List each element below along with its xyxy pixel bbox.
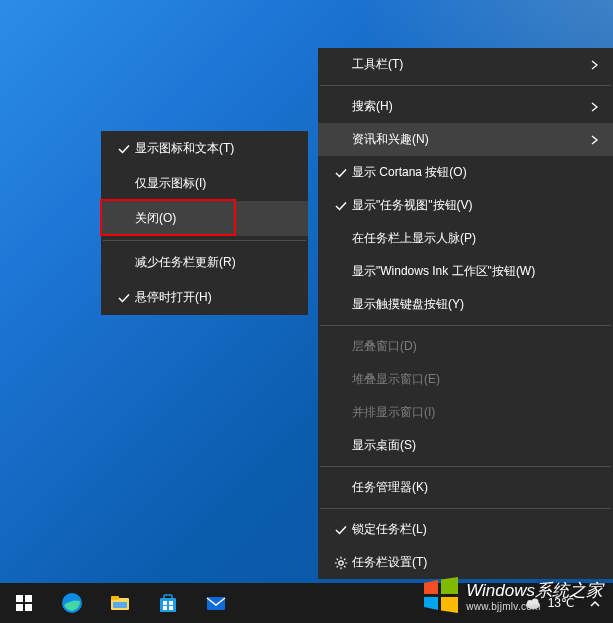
svg-rect-8 [113,602,127,608]
tray-overflow-button[interactable] [582,594,608,612]
taskbar-right-section: 13℃ [516,583,613,623]
svg-point-18 [531,599,538,606]
taskbar-context-menu: 工具栏(T) 搜索(H) 资讯和兴趣(N) 显示 Cortana 按钮(O) 显… [318,48,613,579]
menu-item-side-by-side: 并排显示窗口(I) [318,396,613,429]
menu-label: 堆叠显示窗口(E) [352,371,603,388]
menu-label: 搜索(H) [352,98,587,115]
edge-browser-button[interactable] [48,583,96,623]
menu-label: 显示桌面(S) [352,437,603,454]
menu-label: 工具栏(T) [352,56,587,73]
menu-label: 任务管理器(K) [352,479,603,496]
submenu-item-show-icon-text[interactable]: 显示图标和文本(T) [101,131,308,166]
start-button[interactable] [0,583,48,623]
chevron-up-icon [590,600,600,608]
svg-rect-13 [163,606,167,610]
svg-point-0 [339,560,343,564]
check-icon [113,292,135,304]
menu-item-cortana[interactable]: 显示 Cortana 按钮(O) [318,156,613,189]
check-icon [113,143,135,155]
submenu-label: 关闭(O) [135,210,298,227]
svg-rect-14 [169,606,173,610]
menu-item-news-interests[interactable]: 资讯和兴趣(N) [318,123,613,156]
menu-item-windows-ink[interactable]: 显示"Windows Ink 工作区"按钮(W) [318,255,613,288]
submenu-label: 仅显示图标(I) [135,175,298,192]
menu-label: 显示"任务视图"按钮(V) [352,197,603,214]
menu-separator [320,466,611,467]
menu-item-search[interactable]: 搜索(H) [318,90,613,123]
menu-label: 显示 Cortana 按钮(O) [352,164,603,181]
folder-icon [109,592,131,614]
file-explorer-button[interactable] [96,583,144,623]
taskbar-left-section [0,583,240,623]
menu-label: 资讯和兴趣(N) [352,131,587,148]
menu-item-people[interactable]: 在任务栏上显示人脉(P) [318,222,613,255]
menu-label: 锁定任务栏(L) [352,521,603,538]
menu-label: 层叠窗口(D) [352,338,603,355]
weather-temperature: 13℃ [548,596,574,610]
menu-label: 并排显示窗口(I) [352,404,603,421]
submenu-label: 显示图标和文本(T) [135,140,298,157]
menu-item-task-manager[interactable]: 任务管理器(K) [318,471,613,504]
store-icon [157,592,179,614]
weather-widget[interactable]: 13℃ [516,594,582,612]
svg-rect-2 [25,595,32,602]
svg-rect-10 [164,595,172,599]
submenu-label: 减少任务栏更新(R) [135,254,298,271]
submenu-item-show-icon-only[interactable]: 仅显示图标(I) [101,166,308,201]
menu-separator [320,508,611,509]
chevron-right-icon [587,135,603,145]
submenu-label: 悬停时打开(H) [135,289,298,306]
submenu-item-reduce-updates[interactable]: 减少任务栏更新(R) [101,245,308,280]
menu-item-cascade: 层叠窗口(D) [318,330,613,363]
svg-rect-4 [25,604,32,611]
menu-item-task-view[interactable]: 显示"任务视图"按钮(V) [318,189,613,222]
check-icon [330,524,352,536]
check-icon [330,200,352,212]
menu-label: 在任务栏上显示人脉(P) [352,230,603,247]
svg-rect-12 [169,601,173,605]
microsoft-store-button[interactable] [144,583,192,623]
menu-item-taskbar-settings[interactable]: 任务栏设置(T) [318,546,613,579]
windows-logo-icon [16,595,32,611]
svg-rect-11 [163,601,167,605]
news-interests-submenu: 显示图标和文本(T) 仅显示图标(I) 关闭(O) 减少任务栏更新(R) 悬停时… [101,131,308,315]
svg-rect-9 [160,598,176,612]
menu-separator [103,240,306,241]
submenu-item-open-on-hover[interactable]: 悬停时打开(H) [101,280,308,315]
mail-button[interactable] [192,583,240,623]
menu-item-toolbar[interactable]: 工具栏(T) [318,48,613,81]
menu-label: 显示"Windows Ink 工作区"按钮(W) [352,263,603,280]
menu-label: 显示触摸键盘按钮(Y) [352,296,603,313]
check-icon [330,167,352,179]
menu-item-lock-taskbar[interactable]: 锁定任务栏(L) [318,513,613,546]
gear-icon [330,556,352,570]
svg-rect-15 [207,597,225,610]
chevron-right-icon [587,60,603,70]
menu-separator [320,325,611,326]
svg-rect-3 [16,604,23,611]
menu-item-touch-keyboard[interactable]: 显示触摸键盘按钮(Y) [318,288,613,321]
svg-rect-1 [16,595,23,602]
chevron-right-icon [587,102,603,112]
edge-icon [60,591,84,615]
menu-item-stacked: 堆叠显示窗口(E) [318,363,613,396]
mail-icon [204,591,228,615]
menu-item-show-desktop[interactable]: 显示桌面(S) [318,429,613,462]
weather-cloud-icon [524,594,542,612]
menu-separator [320,85,611,86]
taskbar: 13℃ [0,583,613,623]
menu-label: 任务栏设置(T) [352,554,603,571]
svg-rect-7 [111,596,119,600]
submenu-item-close[interactable]: 关闭(O) [101,201,308,236]
